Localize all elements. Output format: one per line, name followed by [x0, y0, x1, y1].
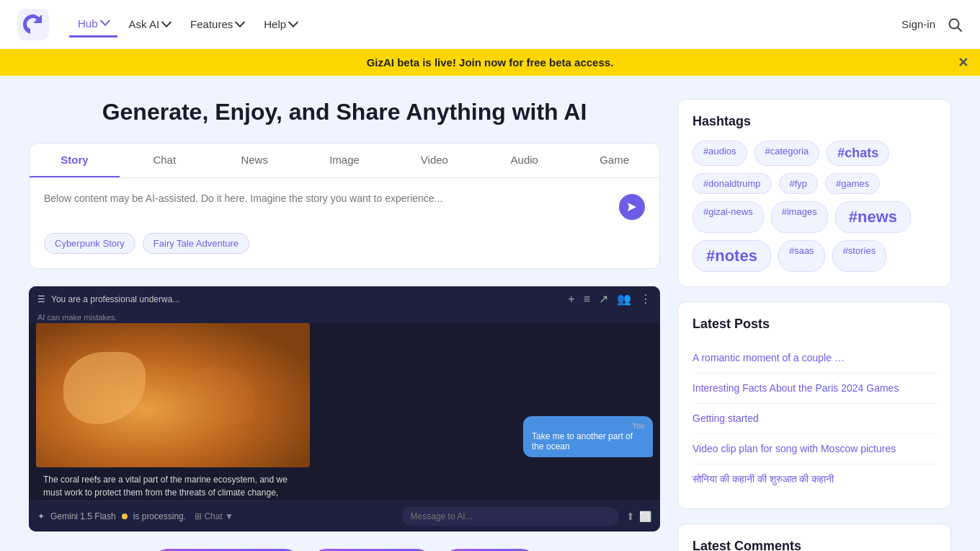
help-chevron-icon: [288, 17, 298, 27]
post-item-0: A romantic moment of a couple …: [692, 343, 936, 374]
nav-links: Hub Ask AI Features Help: [69, 12, 901, 38]
ai-note: AI can make mistakes.: [29, 312, 660, 323]
video-expand-icon[interactable]: ⬆: [626, 511, 635, 522]
chat-label: ⊞ Chat ▼: [195, 511, 233, 521]
video-top-bar: ☰ You are a professional underwa... + ≡ …: [29, 286, 660, 312]
nav-ask-ai[interactable]: Ask AI: [120, 12, 179, 36]
hashtag-images[interactable]: #images: [771, 201, 828, 233]
post-item-3: Video clip plan for song with Moscow pic…: [692, 434, 936, 464]
post-link-4[interactable]: सोनिया की कहानी की शुरुआत की कहानी: [692, 473, 834, 485]
send-icon: [626, 201, 638, 213]
nav-features[interactable]: Features: [182, 12, 252, 36]
features-chevron-icon: [235, 17, 245, 27]
story-send-button[interactable]: [619, 194, 645, 220]
logo[interactable]: [17, 9, 49, 40]
post-link-1[interactable]: Interesting Facts About the Paris 2024 G…: [692, 382, 899, 394]
processing-label: Gemini 1.5 Flash: [50, 511, 116, 521]
banner-text: GizAI beta is live! Join now for free be…: [367, 56, 614, 69]
hashtag-news[interactable]: #news: [835, 201, 911, 233]
hashtag-stories[interactable]: #stories: [832, 240, 887, 272]
latest-posts-title: Latest Posts: [692, 317, 936, 332]
chat-bubble-label: You: [532, 422, 644, 430]
search-icon: [947, 17, 963, 32]
gemini-icon: ✦: [37, 511, 45, 521]
video-share-icon[interactable]: ↗: [599, 292, 608, 306]
askai-chevron-icon: [161, 17, 172, 27]
video-top-bar-right: + ≡ ↗ 👥 ⋮: [568, 292, 651, 306]
post-link-3[interactable]: Video clip plan for song with Moscow pic…: [692, 443, 896, 454]
latest-posts-card: Latest Posts A romantic moment of a coup…: [677, 301, 951, 509]
hashtag-saas[interactable]: #saas: [778, 240, 825, 272]
navbar: Hub Ask AI Features Help Sign-in: [0, 0, 980, 49]
tab-card: Story Chat News Image Video Audio Game: [29, 143, 660, 269]
post-link-2[interactable]: Getting started: [692, 413, 759, 424]
video-send-icons: ⬆ ⬜: [626, 511, 651, 522]
video-prompt-text: You are a professional underwa...: [51, 294, 179, 304]
post-link-0[interactable]: A romantic moment of a couple …: [692, 352, 845, 363]
menu-icon: ☰: [37, 294, 45, 304]
story-input[interactable]: [44, 193, 619, 221]
sign-in-button[interactable]: Sign-in: [901, 18, 935, 30]
video-add-icon[interactable]: +: [568, 293, 574, 306]
nav-help[interactable]: Help: [255, 12, 306, 36]
post-item-2: Getting started: [692, 404, 936, 434]
banner-close-button[interactable]: ✕: [958, 55, 968, 71]
video-people-icon[interactable]: 👥: [617, 292, 631, 306]
tab-audio[interactable]: Audio: [479, 144, 569, 177]
story-chips-row: Cyberpunk Story Fairy Tale Adventure: [44, 233, 645, 254]
video-subtitle: The coral reefs are a vital part of the …: [36, 467, 310, 501]
chat-bottom-row: ⊞ Chat ▼: [195, 511, 394, 521]
hashtags-card: Hashtags #audios #categoria #chats #dona…: [677, 99, 951, 287]
chat-bubble: You Take me to another part of the ocean: [523, 416, 653, 457]
latest-comments-title: Latest Comments: [692, 539, 936, 551]
video-collapse-icon[interactable]: ⬜: [639, 511, 651, 522]
video-processing-status: ✦ Gemini 1.5 Flash is processing.: [37, 511, 186, 521]
processing-dot: [122, 513, 128, 519]
hub-chevron-icon: [99, 16, 110, 26]
svg-rect-0: [17, 9, 49, 40]
right-sidebar: Hashtags #audios #categoria #chats #dona…: [677, 99, 951, 551]
story-input-row: [44, 193, 645, 221]
latest-comments-card: Latest Comments No comments to show.: [677, 524, 951, 551]
tab-story[interactable]: Story: [30, 144, 120, 177]
video-thumbnail: [36, 323, 310, 467]
hashtag-games[interactable]: #games: [825, 173, 880, 194]
processing-text: is processing.: [133, 511, 186, 521]
main-content: Generate, Enjoy, and Share Anything with…: [14, 76, 966, 551]
hashtag-donaldtrump[interactable]: #donaldtrump: [692, 173, 772, 194]
hashtag-notes[interactable]: #notes: [692, 240, 771, 272]
coral-graphic: [36, 323, 310, 467]
hashtag-fyp[interactable]: #fyp: [779, 173, 819, 194]
chat-bubble-text: Take me to another part of the ocean: [532, 431, 644, 451]
center-column: Generate, Enjoy, and Share Anything with…: [29, 99, 660, 551]
hashtag-audios[interactable]: #audios: [692, 141, 747, 166]
video-top-bar-left: ☰ You are a professional underwa...: [37, 294, 179, 304]
tab-image[interactable]: Image: [300, 144, 390, 177]
video-preview: ☰ You are a professional underwa... + ≡ …: [29, 286, 660, 532]
chip-fairytale[interactable]: Fairy Tale Adventure: [143, 233, 249, 254]
hashtag-gizai-news[interactable]: #gizai-news: [692, 201, 764, 233]
page-title: Generate, Enjoy, and Share Anything with…: [29, 99, 660, 125]
search-button[interactable]: [947, 17, 963, 32]
svg-line-2: [958, 27, 961, 31]
post-item-1: Interesting Facts About the Paris 2024 G…: [692, 374, 936, 404]
nav-hub[interactable]: Hub: [69, 12, 117, 38]
nav-right: Sign-in: [901, 17, 963, 32]
hashtags-grid: #audios #categoria #chats #donaldtrump #…: [692, 141, 936, 272]
logo-icon: [17, 9, 49, 40]
video-more-icon[interactable]: ⋮: [640, 292, 651, 306]
tab-game[interactable]: Game: [569, 144, 659, 177]
hashtag-chats[interactable]: #chats: [827, 141, 889, 166]
video-list-icon[interactable]: ≡: [584, 293, 590, 306]
story-tab-content: Cyberpunk Story Fairy Tale Adventure: [30, 178, 659, 268]
tab-chat[interactable]: Chat: [120, 144, 210, 177]
chip-cyberpunk[interactable]: Cyberpunk Story: [44, 233, 135, 254]
video-message-input[interactable]: [402, 507, 619, 526]
video-bottom-bar: ✦ Gemini 1.5 Flash is processing. ⊞ Chat…: [29, 501, 660, 532]
beta-banner: GizAI beta is live! Join now for free be…: [0, 49, 980, 76]
tabs-row: Story Chat News Image Video Audio Game: [30, 144, 659, 178]
hashtags-title: Hashtags: [692, 114, 936, 129]
tab-news[interactable]: News: [210, 144, 300, 177]
hashtag-categoria[interactable]: #categoria: [754, 141, 820, 166]
tab-video[interactable]: Video: [389, 144, 479, 177]
